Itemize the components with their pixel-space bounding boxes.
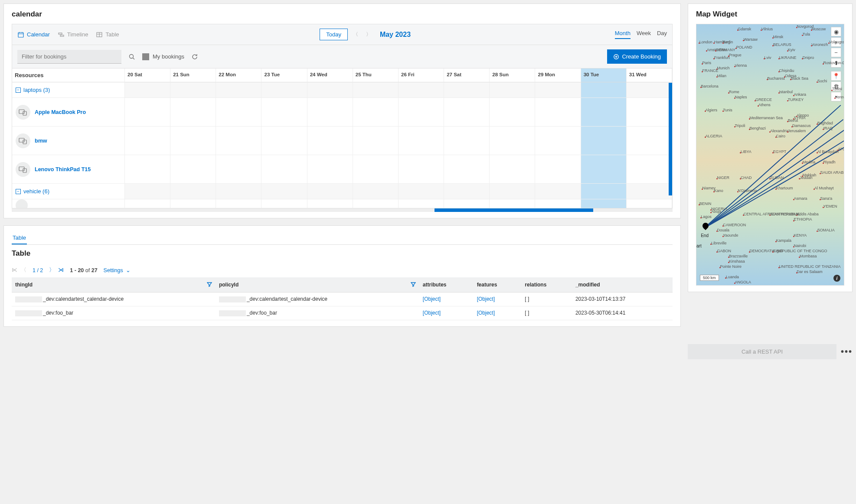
resource-day-cell[interactable] <box>581 199 627 208</box>
resource-name-link[interactable]: Apple MacBook Pro <box>35 109 86 115</box>
group-day-cell[interactable] <box>581 82 627 98</box>
page-first-button[interactable]: ⋉ <box>12 267 17 274</box>
group-day-cell[interactable] <box>535 184 581 199</box>
group-day-cell[interactable] <box>307 184 353 199</box>
prev-period-button[interactable]: 〈 <box>350 31 361 38</box>
resource-day-cell[interactable] <box>261 199 307 208</box>
resource-day-cell[interactable] <box>627 98 672 127</box>
resource-day-cell[interactable] <box>535 127 581 155</box>
group-day-cell[interactable] <box>444 184 490 199</box>
today-button[interactable]: Today <box>320 29 348 40</box>
resource-day-cell[interactable] <box>261 127 307 155</box>
day-header[interactable]: 23 Tue <box>261 68 307 82</box>
resource-day-cell[interactable] <box>261 98 307 127</box>
group-day-cell[interactable] <box>535 82 581 98</box>
day-header[interactable]: 31 Wed <box>627 68 672 82</box>
view-tab-calendar[interactable]: Calendar <box>17 31 50 38</box>
resource-day-cell[interactable] <box>216 127 261 155</box>
resource-name-link[interactable]: Lenovo ThinkPad T15 <box>35 166 91 172</box>
refresh-icon[interactable] <box>191 53 198 60</box>
resource-day-cell[interactable] <box>581 155 627 184</box>
resource-day-cell[interactable] <box>125 199 170 208</box>
day-header[interactable]: 24 Wed <box>307 68 353 82</box>
day-header[interactable]: 20 Sat <box>125 68 170 82</box>
range-week[interactable]: Week <box>637 30 651 39</box>
group-day-cell[interactable] <box>307 82 353 98</box>
resource-day-cell[interactable] <box>444 199 490 208</box>
resource-group-toggle[interactable]: − laptops (3) <box>12 82 125 98</box>
search-icon[interactable] <box>128 53 135 60</box>
resource-day-cell[interactable] <box>216 98 261 127</box>
day-header[interactable]: 26 Fri <box>399 68 444 82</box>
column-header-relations[interactable]: relations <box>521 277 572 293</box>
day-header[interactable]: 27 Sat <box>444 68 490 82</box>
object-link[interactable]: [Object] <box>477 310 495 316</box>
resource-day-cell[interactable] <box>307 155 353 184</box>
group-day-cell[interactable] <box>170 184 216 199</box>
map-end-marker[interactable] <box>701 221 710 230</box>
resource-day-cell[interactable] <box>490 98 535 127</box>
resource-day-cell[interactable] <box>261 155 307 184</box>
resource-day-cell[interactable] <box>535 155 581 184</box>
period-label[interactable]: May 2023 <box>380 31 411 39</box>
create-booking-button[interactable]: Create Booking <box>607 49 667 64</box>
group-day-cell[interactable] <box>399 82 444 98</box>
resource-day-cell[interactable] <box>170 199 216 208</box>
group-day-cell[interactable] <box>627 82 672 98</box>
resource-day-cell[interactable] <box>353 199 399 208</box>
resource-day-cell[interactable] <box>444 98 490 127</box>
resource-day-cell[interactable] <box>170 98 216 127</box>
resource-day-cell[interactable] <box>581 98 627 127</box>
group-day-cell[interactable] <box>399 184 444 199</box>
resource-day-cell[interactable] <box>399 155 444 184</box>
group-day-cell[interactable] <box>261 184 307 199</box>
calendar-horizontal-scrollbar[interactable] <box>12 208 673 212</box>
resource-day-cell[interactable] <box>353 98 399 127</box>
group-day-cell[interactable] <box>353 184 399 199</box>
more-actions-button[interactable]: ••• <box>841 347 853 357</box>
group-day-cell[interactable] <box>216 184 261 199</box>
call-rest-api-button[interactable]: Call a REST API <box>688 344 836 359</box>
map-canvas[interactable]: ◉ + − ⬆ 📍 🗑 • 500 km i End art <box>696 24 844 286</box>
resource-day-cell[interactable] <box>125 98 170 127</box>
view-tab-timeline[interactable]: Timeline <box>58 31 88 38</box>
column-header-thingId[interactable]: thingId <box>12 277 216 293</box>
resource-day-cell[interactable] <box>125 155 170 184</box>
column-header-policyId[interactable]: policyId <box>216 277 419 293</box>
table-tab[interactable]: Table <box>12 232 27 244</box>
resource-day-cell[interactable] <box>353 127 399 155</box>
group-day-cell[interactable] <box>216 82 261 98</box>
resource-group-toggle[interactable]: − vehicle (6) <box>12 184 125 199</box>
resource-day-cell[interactable] <box>490 199 535 208</box>
group-day-cell[interactable] <box>353 82 399 98</box>
resource-day-cell[interactable] <box>627 127 672 155</box>
page-next-button[interactable]: 〉 <box>49 267 55 274</box>
day-header[interactable]: 21 Sun <box>170 68 216 82</box>
resource-day-cell[interactable] <box>307 127 353 155</box>
group-day-cell[interactable] <box>170 82 216 98</box>
next-period-button[interactable]: 〉 <box>363 31 374 38</box>
resource-day-cell[interactable] <box>307 98 353 127</box>
object-link[interactable]: [Object] <box>423 296 441 302</box>
map-info-button[interactable]: i <box>833 275 840 282</box>
resource-day-cell[interactable] <box>216 155 261 184</box>
range-day[interactable]: Day <box>657 30 667 39</box>
day-header[interactable]: 30 Tue <box>581 68 627 82</box>
filter-bookings-input[interactable] <box>17 50 121 64</box>
group-day-cell[interactable] <box>490 82 535 98</box>
map-globe-button[interactable]: ◉ <box>831 27 841 36</box>
page-prev-button[interactable]: 〈 <box>21 267 26 274</box>
resource-day-cell[interactable] <box>627 199 672 208</box>
map-pin-button[interactable]: 📍 <box>831 71 841 81</box>
filter-icon[interactable] <box>411 282 416 287</box>
resource-day-cell[interactable] <box>535 98 581 127</box>
object-link[interactable]: [Object] <box>477 296 495 302</box>
day-header[interactable]: 29 Mon <box>535 68 581 82</box>
view-tab-table[interactable]: Table <box>96 31 119 38</box>
column-header-attributes[interactable]: attributes <box>419 277 474 293</box>
object-link[interactable]: [Object] <box>423 310 441 316</box>
calendar-horizontal-scrollbar-thumb[interactable] <box>435 208 593 212</box>
resource-day-cell[interactable] <box>627 155 672 184</box>
group-day-cell[interactable] <box>125 82 170 98</box>
group-day-cell[interactable] <box>581 184 627 199</box>
